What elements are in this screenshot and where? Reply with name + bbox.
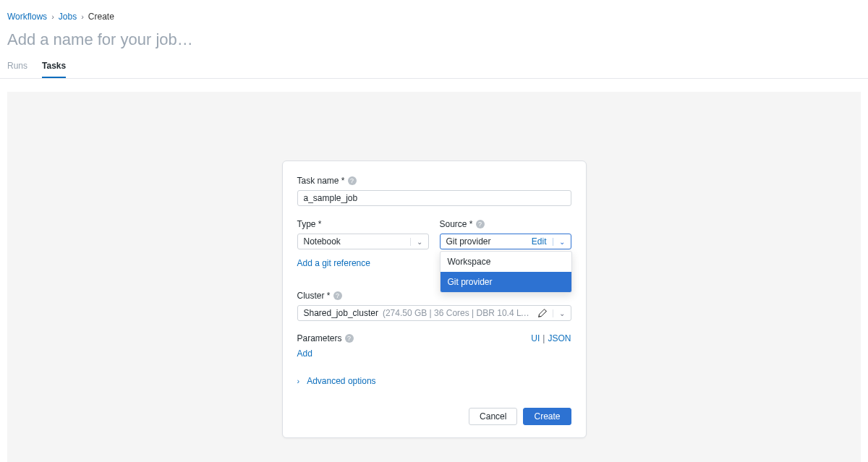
chevron-right-icon: › [297, 377, 300, 385]
breadcrumb-create: Create [88, 12, 114, 22]
cancel-button[interactable]: Cancel [469, 408, 517, 425]
breadcrumb-workflows[interactable]: Workflows [7, 12, 47, 22]
type-select-value: Notebook [304, 236, 341, 247]
add-parameter-link[interactable]: Add [297, 348, 312, 359]
source-option-workspace[interactable]: Workspace [441, 252, 571, 272]
type-label: Type * [297, 219, 429, 229]
job-name-input-container[interactable]: Add a name for your job… [0, 25, 868, 52]
task-name-input[interactable] [297, 190, 571, 206]
source-option-git-provider[interactable]: Git provider [441, 272, 571, 292]
source-select-value: Git provider [446, 236, 491, 247]
pencil-icon[interactable] [538, 309, 547, 317]
breadcrumb: Workflows › Jobs › Create [0, 0, 868, 25]
modal-footer: Cancel Create [297, 408, 571, 425]
cluster-detail: (274.50 GB | 36 Cores | DBR 10.4 LTS | S… [383, 308, 534, 318]
task-editor-modal: Task name * ? Type * Notebook ⌄ Source *… [282, 161, 587, 438]
source-edit-link[interactable]: Edit [532, 236, 547, 247]
tab-runs[interactable]: Runs [7, 58, 27, 78]
type-select[interactable]: Notebook ⌄ [297, 234, 429, 249]
params-ui-toggle[interactable]: UI [531, 333, 540, 343]
help-icon[interactable]: ? [348, 176, 357, 185]
help-icon[interactable]: ? [345, 334, 354, 343]
params-json-toggle[interactable]: JSON [548, 333, 571, 343]
advanced-options-toggle[interactable]: › Advanced options [297, 376, 571, 386]
parameters-label: Parameters ? [297, 333, 354, 343]
parameters-format-toggle: UI | JSON [531, 333, 571, 343]
task-canvas: Task name * ? Type * Notebook ⌄ Source *… [7, 92, 861, 462]
source-dropdown-menu: Workspace Git provider [440, 251, 572, 293]
breadcrumb-jobs[interactable]: Jobs [59, 12, 77, 22]
tab-tasks[interactable]: Tasks [42, 58, 66, 78]
help-icon[interactable]: ? [333, 291, 342, 300]
cluster-select[interactable]: Shared_job_cluster (274.50 GB | 36 Cores… [297, 305, 571, 321]
source-select[interactable]: Git provider Edit ⌄ [440, 234, 571, 249]
chevron-down-icon: ⌄ [410, 238, 422, 246]
cluster-name: Shared_job_cluster [304, 308, 378, 318]
job-name-placeholder: Add a name for your job… [7, 30, 861, 49]
help-icon[interactable]: ? [476, 220, 485, 228]
chevron-right-icon: › [81, 12, 84, 21]
source-label: Source * ? [440, 219, 571, 229]
create-button[interactable]: Create [523, 408, 571, 425]
chevron-down-icon: ⌄ [553, 238, 565, 246]
add-git-reference-link[interactable]: Add a git reference [297, 258, 370, 268]
chevron-down-icon: ⌄ [553, 309, 565, 317]
chevron-right-icon: › [51, 12, 54, 21]
tabs: Runs Tasks [0, 52, 868, 79]
task-name-label: Task name * ? [297, 176, 571, 186]
